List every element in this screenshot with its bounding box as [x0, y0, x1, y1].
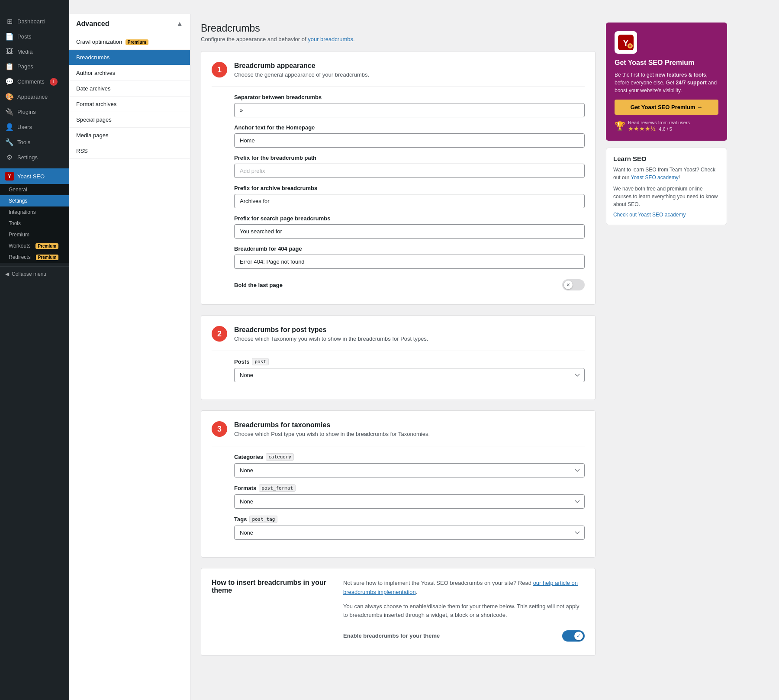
sidebar-item-pages[interactable]: 📋 Pages: [0, 59, 69, 74]
left-nav-format-archives[interactable]: Format archives: [69, 97, 190, 112]
left-nav-special-pages[interactable]: Special pages: [69, 112, 190, 128]
posts-label: Posts post: [234, 358, 585, 365]
sidebar-item-yoast[interactable]: Y Yoast SEO: [0, 168, 69, 184]
field-prefix: Prefix for the breadcrumb path: [234, 155, 585, 178]
yoast-logo-svg: Y: [618, 35, 634, 50]
categories-select[interactable]: None: [234, 463, 585, 477]
section2-number: 2: [212, 326, 227, 342]
howto-section: How to insert breadcrumbs in your theme …: [201, 568, 596, 656]
section2-desc: Choose which Taxonomy you wish to show i…: [234, 335, 428, 342]
sidebar-sub-workouts[interactable]: Workouts Premium: [0, 240, 69, 252]
enable-breadcrumbs-toggle[interactable]: [562, 630, 585, 642]
promo-button[interactable]: Get Yoast SEO Premium →: [615, 100, 718, 115]
field-formats: Formats post_format None: [234, 484, 585, 509]
left-nav-crawl[interactable]: Crawl optimization Premium: [69, 34, 190, 50]
comments-badge: 1: [50, 78, 58, 86]
field-search: Prefix for search page breadcrumbs: [234, 215, 585, 239]
field-anchor: Anchor text for the Homepage: [234, 124, 585, 148]
posts-tag: post: [252, 358, 269, 365]
dashboard-icon: ⊞: [5, 17, 14, 26]
separator-input[interactable]: [234, 103, 585, 117]
sidebar-item-appearance[interactable]: 🎨 Appearance: [0, 89, 69, 104]
sidebar-sub-premium[interactable]: Premium: [0, 229, 69, 240]
sidebar: ⊞ Dashboard 📄 Posts 🖼 Media 📋 Pages 💬 Co…: [0, 0, 69, 700]
left-nav-title: Advanced: [76, 20, 109, 28]
sidebar-sub-integrations[interactable]: Integrations: [0, 206, 69, 218]
left-nav-media-pages[interactable]: Media pages: [69, 128, 190, 143]
sidebar-item-comments[interactable]: 💬 Comments 1: [0, 74, 69, 89]
learn-cta-link[interactable]: Check out Yoast SEO academy: [613, 212, 720, 218]
sidebar-sub-general[interactable]: General: [0, 184, 69, 195]
right-sidebar: Y Get Yoast SEO Premium Be the first to …: [606, 14, 736, 700]
search-input[interactable]: [234, 224, 585, 239]
prefix-label: Prefix for the breadcrumb path: [234, 155, 585, 161]
section3-number: 3: [212, 421, 227, 437]
svg-point-3: [629, 45, 631, 47]
left-nav-toggle[interactable]: ▲: [176, 20, 183, 28]
section3-desc: Choose which Post type you wish to show …: [234, 431, 430, 437]
settings-icon: ⚙: [5, 153, 14, 161]
sidebar-sub-settings[interactable]: Settings: [0, 195, 69, 206]
404-input[interactable]: [234, 255, 585, 269]
left-nav: Advanced ▲ Crawl optimization Premium Br…: [69, 14, 190, 700]
sidebar-item-media[interactable]: 🖼 Media: [0, 44, 69, 59]
howto-grid: How to insert breadcrumbs in your theme …: [212, 579, 585, 645]
sidebar-item-settings[interactable]: ⚙ Settings: [0, 150, 69, 165]
prefix-input[interactable]: [234, 164, 585, 178]
reviews-section: 🏆 Read reviews from real users ★★★★½ 4.6…: [615, 120, 718, 132]
rating: 4.6 / 5: [659, 126, 672, 132]
section3-title: Breadcrumbs for taxonomies: [234, 421, 430, 429]
learn-academy-link[interactable]: Yoast SEO academy: [631, 174, 678, 181]
yoast-sub-menu: General Settings Integrations Tools Prem…: [0, 184, 69, 263]
formats-select[interactable]: None: [234, 494, 585, 509]
section1-title: Breadcrumb appearance: [234, 62, 369, 70]
sidebar-item-dashboard[interactable]: ⊞ Dashboard: [0, 14, 69, 29]
section-taxonomies: 3 Breadcrumbs for taxonomies Choose whic…: [201, 410, 596, 558]
section2-fields: Posts post None: [234, 358, 585, 382]
section-post-types: 2 Breadcrumbs for post types Choose whic…: [201, 315, 596, 400]
howto-p2: You can always choose to enable/disable …: [343, 602, 585, 620]
stars: ★★★★½: [628, 125, 656, 132]
posts-select[interactable]: None: [234, 368, 585, 382]
left-nav-breadcrumbs[interactable]: Breadcrumbs: [69, 50, 190, 65]
field-categories: Categories category None: [234, 453, 585, 477]
enable-breadcrumbs-row: Enable breadcrumbs for your theme: [343, 627, 585, 645]
section3-info: Breadcrumbs for taxonomies Choose which …: [234, 421, 430, 437]
sidebar-item-plugins[interactable]: 🔌 Plugins: [0, 104, 69, 119]
formats-tag: post_format: [259, 484, 296, 492]
anchor-input[interactable]: [234, 133, 585, 148]
search-label: Prefix for search page breadcrumbs: [234, 215, 585, 222]
howto-right: Not sure how to implement the Yoast SEO …: [343, 579, 585, 645]
breadcrumbs-link[interactable]: your breadcrumbs: [308, 36, 353, 42]
plugins-icon: 🔌: [5, 108, 14, 116]
field-404: Breadcrumb for 404 page: [234, 245, 585, 269]
posts-icon: 📄: [5, 32, 14, 41]
bold-toggle[interactable]: [562, 279, 585, 290]
sidebar-item-tools[interactable]: 🔧 Tools: [0, 135, 69, 150]
reviews-label: Read reviews from real users: [628, 120, 690, 125]
media-icon: 🖼: [5, 48, 14, 55]
users-icon: 👤: [5, 123, 14, 131]
sidebar-sub-tools[interactable]: Tools: [0, 218, 69, 229]
formats-label: Formats post_format: [234, 484, 585, 492]
main-wrapper: Advanced ▲ Crawl optimization Premium Br…: [69, 0, 779, 700]
archive-input[interactable]: [234, 194, 585, 208]
sidebar-item-users[interactable]: 👤 Users: [0, 119, 69, 135]
sidebar-item-posts[interactable]: 📄 Posts: [0, 29, 69, 44]
archive-label: Prefix for archive breadcrumbs: [234, 185, 585, 191]
left-nav-author-archives[interactable]: Author archives: [69, 65, 190, 81]
stars-rating: ★★★★½ 4.6 / 5: [628, 125, 690, 132]
section1-number: 1: [212, 62, 227, 77]
bold-label: Bold the last page: [234, 282, 283, 288]
left-nav-header: Advanced ▲: [69, 14, 190, 34]
collapse-icon: ◀: [5, 271, 9, 277]
section2-info: Breadcrumbs for post types Choose which …: [234, 326, 428, 342]
learn-p1: Want to learn SEO from Team Yoast? Check…: [613, 166, 720, 181]
left-nav-rss[interactable]: RSS: [69, 143, 190, 159]
collapse-menu-button[interactable]: ◀ Collapse menu: [0, 266, 69, 281]
tags-select[interactable]: None: [234, 526, 585, 540]
left-nav-date-archives[interactable]: Date archives: [69, 81, 190, 97]
promo-logo: Y: [615, 31, 637, 54]
content-area: Breadcrumbs Configure the appearance and…: [190, 14, 606, 700]
sidebar-sub-redirects[interactable]: Redirects Premium: [0, 252, 69, 263]
